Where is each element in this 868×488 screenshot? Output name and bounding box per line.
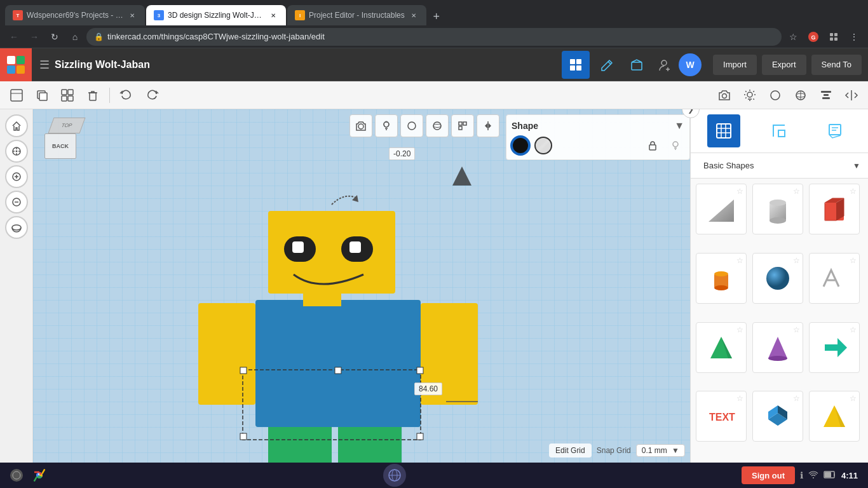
3d-view-button[interactable]: [789, 84, 812, 107]
user-icon-taskbar[interactable]: [383, 464, 406, 487]
bookmark-button[interactable]: ☆: [784, 28, 802, 46]
sign-out-button[interactable]: Sign out: [742, 466, 795, 484]
tab-3[interactable]: I Project Editor - Instructables ✕: [287, 5, 426, 25]
zoom-out-button[interactable]: [5, 191, 28, 214]
shape-star-12[interactable]: ☆: [850, 394, 857, 403]
svg-text:I: I: [299, 13, 301, 18]
chrome-taskbar-icon[interactable]: [31, 466, 48, 484]
shape-box-blue[interactable]: ☆: [752, 391, 803, 442]
zoom-in-button[interactable]: [5, 165, 28, 188]
light-button[interactable]: [738, 84, 761, 107]
shape-star-9[interactable]: ☆: [850, 325, 857, 334]
shape-wedge[interactable]: ☆: [696, 184, 747, 234]
shape-star-1[interactable]: ☆: [736, 187, 743, 196]
shape-cylinder-orange[interactable]: ☆: [696, 253, 747, 304]
mirror-button[interactable]: [840, 84, 863, 107]
delete-button[interactable]: [81, 84, 104, 107]
list-icon[interactable]: ☰: [39, 58, 50, 72]
svg-point-93: [770, 217, 786, 224]
sidebar-corner-button[interactable]: [763, 114, 796, 147]
fit-view-button[interactable]: [5, 140, 28, 163]
shape-box-red[interactable]: ☆: [809, 184, 860, 234]
view-bulb-button[interactable]: [375, 114, 398, 137]
reload-button[interactable]: ↻: [46, 28, 64, 46]
shape-panel-toggle[interactable]: ▼: [674, 120, 684, 132]
sidebar-shapes-button[interactable]: [707, 114, 740, 147]
shape-pyramid-green[interactable]: ☆: [696, 322, 747, 373]
multi-duplicate-button[interactable]: [56, 84, 79, 107]
tab-1-close[interactable]: ✕: [127, 10, 137, 20]
3d-rotate-button[interactable]: [5, 216, 28, 239]
tab-3-title: Project Editor - Instructables: [309, 11, 405, 20]
shape-star-4[interactable]: ☆: [736, 256, 743, 265]
forward-button[interactable]: →: [25, 28, 43, 46]
snap-grid-value[interactable]: 0.1 mm ▼: [636, 444, 685, 457]
shape-text-red[interactable]: ☆ TEXT: [696, 391, 747, 442]
wifi-icon[interactable]: [808, 470, 818, 482]
info-icon[interactable]: ℹ: [800, 470, 803, 480]
home-view-button[interactable]: [5, 114, 28, 137]
shape-star-11[interactable]: ☆: [793, 394, 800, 403]
edit-grid-button[interactable]: Edit Grid: [549, 444, 592, 458]
shape-star-8[interactable]: ☆: [793, 325, 800, 334]
launcher-button[interactable]: [10, 469, 23, 482]
tab-2[interactable]: 3 3D design Sizzling Wolt-Jaban | ✕: [146, 5, 286, 25]
import-button[interactable]: Import: [713, 55, 757, 75]
shape-pyramid-yellow[interactable]: ☆: [809, 391, 860, 442]
back-button[interactable]: ←: [5, 28, 23, 46]
svg-rect-75: [459, 126, 462, 130]
shape-star-10[interactable]: ☆: [736, 394, 743, 403]
tab-3-close[interactable]: ✕: [409, 10, 419, 20]
category-dropdown[interactable]: Basic Shapes: [698, 158, 853, 173]
mirror-canvas-button[interactable]: [477, 114, 499, 137]
new-shape-button[interactable]: [5, 84, 28, 107]
duplicate-button[interactable]: [31, 84, 53, 107]
tab-1-favicon: T: [13, 10, 23, 20]
tinkercad-logo[interactable]: [0, 48, 32, 81]
tab-1[interactable]: T Wdspencer69's Projects - Instru... ✕: [5, 5, 145, 25]
camera-button[interactable]: [713, 84, 736, 107]
box-view-button[interactable]: [623, 51, 651, 79]
hole-color-button[interactable]: [534, 137, 552, 154]
export-button[interactable]: Export: [762, 55, 806, 75]
sidebar-note-button[interactable]: [818, 114, 851, 147]
shape-cone-purple[interactable]: ☆: [752, 322, 803, 373]
menu-button[interactable]: ⋮: [845, 28, 863, 46]
lock-icon[interactable]: [644, 137, 661, 154]
grid-view-button[interactable]: [562, 51, 590, 79]
shape-star-3[interactable]: ☆: [850, 187, 857, 196]
shape-star-7[interactable]: ☆: [736, 325, 743, 334]
shape-cylinder-gray[interactable]: ☆: [752, 184, 803, 234]
bulb-icon[interactable]: [667, 137, 684, 154]
screenshot-button[interactable]: [349, 114, 372, 137]
shape-star-6[interactable]: ☆: [850, 256, 857, 265]
user-avatar[interactable]: W: [679, 53, 702, 76]
canvas-area[interactable]: BACK TOP: [33, 109, 690, 463]
dimension-top-label: -0.20: [389, 147, 415, 160]
align-button[interactable]: [815, 84, 837, 107]
svg-marker-77: [485, 123, 487, 128]
redo-button[interactable]: [140, 84, 163, 107]
outline-mode-button[interactable]: [400, 114, 423, 137]
profile-button[interactable]: G: [804, 28, 822, 46]
solid-color-button[interactable]: [512, 137, 529, 154]
home-button[interactable]: ⌂: [66, 28, 84, 46]
send-to-button[interactable]: Send To: [811, 55, 862, 75]
add-user-button[interactable]: [653, 53, 676, 76]
shape-outline-button[interactable]: [764, 84, 787, 107]
snap-align-button[interactable]: [451, 114, 474, 137]
shape-arrow-teal[interactable]: ☆: [809, 322, 860, 373]
new-tab-button[interactable]: +: [428, 8, 445, 25]
shape-text[interactable]: ☆: [809, 253, 860, 304]
logo-n: [7, 65, 15, 74]
extensions-button[interactable]: [825, 28, 843, 46]
view-cube[interactable]: BACK TOP: [38, 114, 89, 165]
undo-button[interactable]: [115, 84, 138, 107]
tab-2-close[interactable]: ✕: [268, 10, 278, 20]
edit-button[interactable]: [592, 51, 620, 79]
shape-star-5[interactable]: ☆: [793, 256, 800, 265]
shape-star-2[interactable]: ☆: [793, 187, 800, 196]
url-bar[interactable]: 🔒 tinkercad.com/things/casp8CTWjwe-sizzl…: [86, 28, 782, 46]
grid-3d-button[interactable]: [426, 114, 449, 137]
shape-sphere[interactable]: ☆: [752, 253, 803, 304]
